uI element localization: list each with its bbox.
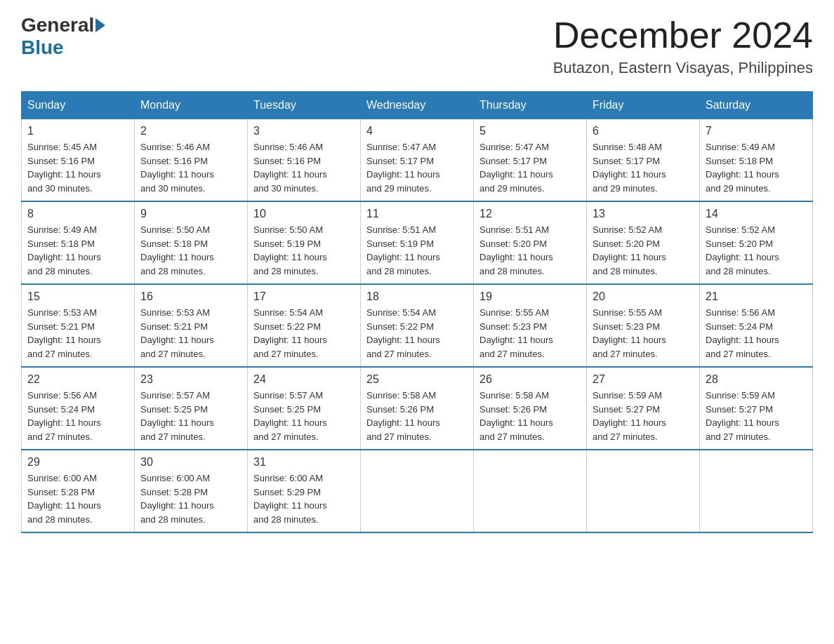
month-title: December 2024: [553, 14, 813, 56]
day-info: Sunrise: 5:55 AMSunset: 5:23 PMDaylight:…: [479, 306, 581, 361]
day-number: 3: [253, 125, 355, 137]
calendar-cell: [361, 450, 474, 532]
day-info: Sunrise: 5:46 AMSunset: 5:16 PMDaylight:…: [253, 140, 355, 195]
calendar-cell: 26 Sunrise: 5:58 AMSunset: 5:26 PMDaylig…: [474, 367, 587, 450]
weekday-header-thursday: Thursday: [474, 92, 587, 119]
day-info: Sunrise: 5:49 AMSunset: 5:18 PMDaylight:…: [27, 223, 128, 278]
calendar-cell: [587, 450, 700, 532]
logo: General Blue: [21, 14, 107, 59]
day-number: 2: [140, 125, 241, 137]
calendar-cell: 1 Sunrise: 5:45 AMSunset: 5:16 PMDayligh…: [22, 119, 135, 202]
day-number: 29: [27, 456, 128, 469]
week-row-5: 29 Sunrise: 6:00 AMSunset: 5:28 PMDaylig…: [22, 450, 813, 532]
day-info: Sunrise: 5:55 AMSunset: 5:23 PMDaylight:…: [593, 306, 694, 361]
day-number: 22: [27, 373, 128, 386]
day-info: Sunrise: 5:47 AMSunset: 5:17 PMDaylight:…: [366, 140, 468, 195]
day-number: 13: [593, 208, 694, 220]
day-number: 27: [593, 373, 694, 386]
calendar-cell: 12 Sunrise: 5:51 AMSunset: 5:20 PMDaylig…: [474, 201, 587, 284]
day-number: 5: [479, 125, 581, 137]
calendar-cell: 2 Sunrise: 5:46 AMSunset: 5:16 PMDayligh…: [135, 119, 248, 202]
calendar-table: SundayMondayTuesdayWednesdayThursdayFrid…: [21, 91, 813, 533]
day-number: 21: [706, 290, 807, 303]
day-number: 17: [253, 290, 355, 303]
calendar-cell: 11 Sunrise: 5:51 AMSunset: 5:19 PMDaylig…: [361, 201, 474, 284]
day-info: Sunrise: 5:46 AMSunset: 5:16 PMDaylight:…: [140, 140, 241, 195]
day-info: Sunrise: 5:54 AMSunset: 5:22 PMDaylight:…: [366, 306, 468, 361]
calendar-cell: 10 Sunrise: 5:50 AMSunset: 5:19 PMDaylig…: [248, 201, 361, 284]
calendar-cell: 25 Sunrise: 5:58 AMSunset: 5:26 PMDaylig…: [361, 367, 474, 450]
day-info: Sunrise: 5:54 AMSunset: 5:22 PMDaylight:…: [253, 306, 355, 361]
day-number: 10: [253, 208, 355, 220]
day-info: Sunrise: 5:51 AMSunset: 5:19 PMDaylight:…: [366, 223, 468, 278]
week-row-3: 15 Sunrise: 5:53 AMSunset: 5:21 PMDaylig…: [22, 284, 813, 367]
day-info: Sunrise: 5:45 AMSunset: 5:16 PMDaylight:…: [27, 140, 128, 195]
day-info: Sunrise: 5:57 AMSunset: 5:25 PMDaylight:…: [140, 389, 241, 443]
title-block: December 2024 Butazon, Eastern Visayas, …: [553, 14, 813, 77]
day-number: 6: [593, 125, 694, 137]
page-header: General Blue December 2024 Butazon, East…: [21, 14, 813, 77]
calendar-cell: 22 Sunrise: 5:56 AMSunset: 5:24 PMDaylig…: [22, 367, 135, 450]
day-number: 18: [366, 290, 468, 303]
day-number: 19: [479, 290, 581, 303]
calendar-cell: 13 Sunrise: 5:52 AMSunset: 5:20 PMDaylig…: [587, 201, 700, 284]
calendar-cell: [474, 450, 587, 532]
weekday-header-monday: Monday: [135, 92, 248, 119]
day-info: Sunrise: 5:47 AMSunset: 5:17 PMDaylight:…: [479, 140, 581, 195]
calendar-cell: 6 Sunrise: 5:48 AMSunset: 5:17 PMDayligh…: [587, 119, 700, 202]
calendar-cell: [700, 450, 813, 532]
logo-blue-text: Blue: [21, 36, 64, 59]
day-info: Sunrise: 5:52 AMSunset: 5:20 PMDaylight:…: [593, 223, 694, 278]
calendar-cell: 27 Sunrise: 5:59 AMSunset: 5:27 PMDaylig…: [587, 367, 700, 450]
logo-arrow-icon: [95, 18, 105, 32]
weekday-header-saturday: Saturday: [700, 92, 813, 119]
day-info: Sunrise: 5:48 AMSunset: 5:17 PMDaylight:…: [593, 140, 694, 195]
day-number: 8: [27, 208, 128, 220]
day-info: Sunrise: 5:59 AMSunset: 5:27 PMDaylight:…: [706, 389, 807, 443]
weekday-header-row: SundayMondayTuesdayWednesdayThursdayFrid…: [22, 92, 813, 119]
calendar-cell: 17 Sunrise: 5:54 AMSunset: 5:22 PMDaylig…: [248, 284, 361, 367]
day-number: 24: [253, 373, 355, 386]
calendar-cell: 24 Sunrise: 5:57 AMSunset: 5:25 PMDaylig…: [248, 367, 361, 450]
day-number: 31: [253, 456, 355, 469]
calendar-cell: 4 Sunrise: 5:47 AMSunset: 5:17 PMDayligh…: [361, 119, 474, 202]
calendar-cell: 28 Sunrise: 5:59 AMSunset: 5:27 PMDaylig…: [700, 367, 813, 450]
calendar-cell: 31 Sunrise: 6:00 AMSunset: 5:29 PMDaylig…: [248, 450, 361, 532]
day-number: 9: [140, 208, 241, 220]
day-info: Sunrise: 5:56 AMSunset: 5:24 PMDaylight:…: [706, 306, 807, 361]
day-number: 26: [479, 373, 581, 386]
calendar-cell: 16 Sunrise: 5:53 AMSunset: 5:21 PMDaylig…: [135, 284, 248, 367]
day-number: 12: [479, 208, 581, 220]
weekday-header-sunday: Sunday: [22, 92, 135, 119]
weekday-header-tuesday: Tuesday: [248, 92, 361, 119]
day-number: 1: [27, 125, 128, 137]
calendar-cell: 7 Sunrise: 5:49 AMSunset: 5:18 PMDayligh…: [700, 119, 813, 202]
calendar-cell: 18 Sunrise: 5:54 AMSunset: 5:22 PMDaylig…: [361, 284, 474, 367]
day-number: 15: [27, 290, 128, 303]
calendar-cell: 19 Sunrise: 5:55 AMSunset: 5:23 PMDaylig…: [474, 284, 587, 367]
day-number: 16: [140, 290, 241, 303]
calendar-cell: 15 Sunrise: 5:53 AMSunset: 5:21 PMDaylig…: [22, 284, 135, 367]
day-info: Sunrise: 5:52 AMSunset: 5:20 PMDaylight:…: [706, 223, 807, 278]
week-row-2: 8 Sunrise: 5:49 AMSunset: 5:18 PMDayligh…: [22, 201, 813, 284]
day-info: Sunrise: 5:56 AMSunset: 5:24 PMDaylight:…: [27, 389, 128, 443]
day-number: 7: [706, 125, 807, 137]
calendar-cell: 29 Sunrise: 6:00 AMSunset: 5:28 PMDaylig…: [22, 450, 135, 532]
day-number: 4: [366, 125, 468, 137]
day-info: Sunrise: 5:57 AMSunset: 5:25 PMDaylight:…: [253, 389, 355, 443]
day-info: Sunrise: 6:00 AMSunset: 5:28 PMDaylight:…: [140, 471, 241, 526]
day-info: Sunrise: 5:53 AMSunset: 5:21 PMDaylight:…: [140, 306, 241, 361]
calendar-cell: 5 Sunrise: 5:47 AMSunset: 5:17 PMDayligh…: [474, 119, 587, 202]
day-info: Sunrise: 5:50 AMSunset: 5:18 PMDaylight:…: [140, 223, 241, 278]
location-title: Butazon, Eastern Visayas, Philippines: [553, 59, 813, 77]
calendar-cell: 20 Sunrise: 5:55 AMSunset: 5:23 PMDaylig…: [587, 284, 700, 367]
day-info: Sunrise: 6:00 AMSunset: 5:28 PMDaylight:…: [27, 471, 128, 526]
day-info: Sunrise: 5:51 AMSunset: 5:20 PMDaylight:…: [479, 223, 581, 278]
day-number: 11: [366, 208, 468, 220]
day-info: Sunrise: 5:49 AMSunset: 5:18 PMDaylight:…: [706, 140, 807, 195]
calendar-cell: 9 Sunrise: 5:50 AMSunset: 5:18 PMDayligh…: [135, 201, 248, 284]
calendar-cell: 30 Sunrise: 6:00 AMSunset: 5:28 PMDaylig…: [135, 450, 248, 532]
calendar-cell: 3 Sunrise: 5:46 AMSunset: 5:16 PMDayligh…: [248, 119, 361, 202]
day-info: Sunrise: 5:59 AMSunset: 5:27 PMDaylight:…: [593, 389, 694, 443]
calendar-cell: 14 Sunrise: 5:52 AMSunset: 5:20 PMDaylig…: [700, 201, 813, 284]
